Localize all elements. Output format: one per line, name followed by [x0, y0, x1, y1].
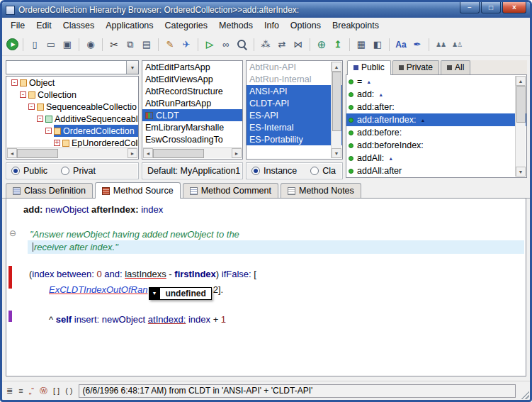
menu-categories[interactable]: Categories [159, 19, 213, 32]
list-item-selected[interactable]: ES-API [247, 109, 342, 121]
indent-icon[interactable]: ≡ [18, 386, 23, 395]
menu-breakpoints[interactable]: Breakpoints [327, 19, 385, 32]
value-popup[interactable]: ▼undefined [149, 287, 211, 300]
list-item-selected[interactable]: ES-Internal [247, 121, 342, 133]
paste-icon[interactable]: ▤ [140, 38, 154, 52]
scrollbar-thumb[interactable] [332, 72, 341, 131]
menu-methods[interactable]: Methods [213, 19, 259, 32]
menu-options[interactable]: Options [285, 19, 327, 32]
scroll-right-icon[interactable]: ► [232, 148, 242, 158]
new-document-icon[interactable]: ▯ [28, 38, 42, 52]
collapse-icon[interactable]: - [11, 79, 18, 86]
list-item[interactable]: AbtRecordStructure [142, 85, 242, 97]
tree-horizontal-scrollbar[interactable]: ◄ ► [7, 147, 137, 158]
method-item[interactable]: addAll:after [346, 164, 526, 177]
method-item[interactable]: add:before: [346, 126, 526, 139]
open-folder-icon[interactable]: ▭ [44, 38, 58, 52]
method-item-selected[interactable]: add:afterIndex: ▲ [346, 113, 526, 126]
list-item[interactable]: AbtRun-Internal [247, 73, 342, 85]
globe-icon[interactable]: ⊕ [315, 38, 329, 52]
menu-info[interactable]: Info [259, 19, 285, 32]
instance-radio[interactable] [251, 167, 260, 175]
methods-vertical-scrollbar[interactable]: ▲ ▼ [515, 76, 526, 177]
scroll-left-icon[interactable]: ◄ [7, 148, 17, 158]
method-item[interactable]: add:beforeIndex: [346, 139, 526, 152]
word-wrap-icon[interactable]: ⓦ [40, 386, 47, 396]
send-icon[interactable]: ✈ [179, 38, 193, 52]
collapse-icon[interactable]: - [37, 116, 43, 122]
maximize-button[interactable]: □ [481, 2, 501, 13]
edit-icon[interactable]: ✎ [163, 38, 177, 52]
tree-item-sequenceablecollection[interactable]: - SequenceableCollectio [6, 101, 138, 113]
collapse-icon[interactable]: - [20, 91, 26, 98]
quotes-icon[interactable]: „“ [29, 386, 34, 395]
scroll-up-icon[interactable]: ▲ [332, 62, 341, 72]
list-item-selected[interactable]: CLDT [142, 109, 242, 121]
scrollbar-thumb[interactable] [17, 149, 58, 158]
categories-vertical-scrollbar[interactable]: ▲ ▼ [331, 62, 341, 158]
split-icon[interactable]: ◧ [370, 38, 385, 52]
titlebar[interactable]: OrderedCollection Hierarchy Browser: Ord… [2, 2, 530, 18]
tree-item-additivesequenceable[interactable]: - AdditiveSequenceabl [6, 113, 138, 125]
scroll-up-icon[interactable]: ▲ [516, 76, 526, 86]
class-filter-dropdown[interactable]: ▼ [6, 60, 139, 74]
execute-icon[interactable]: ▷ [203, 38, 217, 52]
collapse-icon[interactable]: - [45, 128, 52, 134]
list-item-selected[interactable]: CLDT-API [247, 97, 342, 109]
expand-icon[interactable]: + [54, 140, 60, 146]
list-item[interactable]: AbtRun-API [247, 61, 342, 73]
align-icon[interactable]: ≣ [6, 386, 13, 396]
list-item-selected[interactable]: ANSI-API [247, 85, 342, 97]
scroll-down-icon[interactable]: ▼ [332, 148, 341, 158]
menu-classes[interactable]: Classes [57, 19, 100, 32]
method-item[interactable]: addAll: ▲ [346, 152, 526, 164]
method-item[interactable]: add:after: [346, 101, 526, 113]
tab-class-definition[interactable]: Class Definition [6, 183, 93, 198]
method-item[interactable]: add: ▲ [346, 88, 526, 101]
save-icon[interactable]: ▣ [60, 38, 74, 52]
menu-file[interactable]: File [5, 19, 30, 32]
tab-method-source[interactable]: Method Source [95, 182, 181, 199]
tree-item-object[interactable]: - Object [6, 77, 138, 89]
apps-horizontal-scrollbar[interactable]: ◄ ► [143, 147, 242, 158]
private-radio[interactable] [61, 167, 69, 175]
tab-method-comment[interactable]: Method Comment [183, 183, 278, 198]
tab-all[interactable]: All [441, 60, 470, 74]
method-source-editor[interactable]: ⊖ add: newObject afterIndex: index "Answ… [6, 198, 526, 376]
scroll-left-icon[interactable]: ◄ [143, 148, 153, 158]
compare-icon[interactable]: ⋈ [291, 38, 305, 52]
tab-method-notes[interactable]: Method Notes [281, 183, 361, 198]
close-button[interactable]: × [502, 2, 526, 13]
browse-icon[interactable]: ∞ [219, 38, 233, 52]
scrollbar-thumb[interactable] [516, 86, 526, 123]
bookmark-marker[interactable] [9, 311, 12, 322]
classes-icon[interactable]: ♟♟ [434, 38, 448, 52]
list-item[interactable]: EswCrossloadingTo [142, 133, 242, 145]
minimize-button[interactable]: − [460, 2, 480, 13]
run-icon[interactable]: ▶ [6, 38, 18, 50]
list-item[interactable]: AbtEditPartsApp [142, 61, 242, 73]
copy-icon[interactable]: ⧉ [123, 38, 137, 52]
swap-icon[interactable]: ⇄ [275, 38, 289, 52]
snapshot-icon[interactable]: ◉ [84, 38, 98, 52]
annotate-icon[interactable]: ✒ [410, 38, 424, 52]
tree-item-orderedcollection[interactable]: - OrderedCollection [6, 125, 138, 137]
tab-private[interactable]: Private [392, 60, 439, 74]
scrollbar-thumb[interactable] [153, 149, 204, 158]
class-radio[interactable] [310, 167, 319, 175]
search-icon[interactable] [235, 38, 249, 52]
cut-icon[interactable]: ✂ [107, 38, 121, 52]
hierarchy-icon[interactable]: ⁂ [259, 38, 273, 52]
menu-applications[interactable]: Applications [100, 19, 159, 32]
grid-icon[interactable]: ▦ [354, 38, 368, 52]
list-item[interactable]: EmLibraryMarshalle [142, 121, 242, 133]
scroll-down-icon[interactable]: ▼ [516, 167, 526, 177]
popup-dropdown-icon[interactable]: ▼ [149, 287, 159, 300]
list-item[interactable]: AbtEditViewsApp [142, 73, 242, 85]
applications-icon[interactable]: ♟♙ [450, 38, 464, 52]
font-icon[interactable]: Aa [394, 38, 408, 52]
list-item-selected[interactable]: ES-Portability [247, 133, 342, 145]
scroll-right-icon[interactable]: ► [128, 148, 137, 158]
chevron-down-icon[interactable]: ▼ [126, 61, 138, 74]
list-item[interactable]: AbtRunPartsApp [142, 97, 242, 109]
